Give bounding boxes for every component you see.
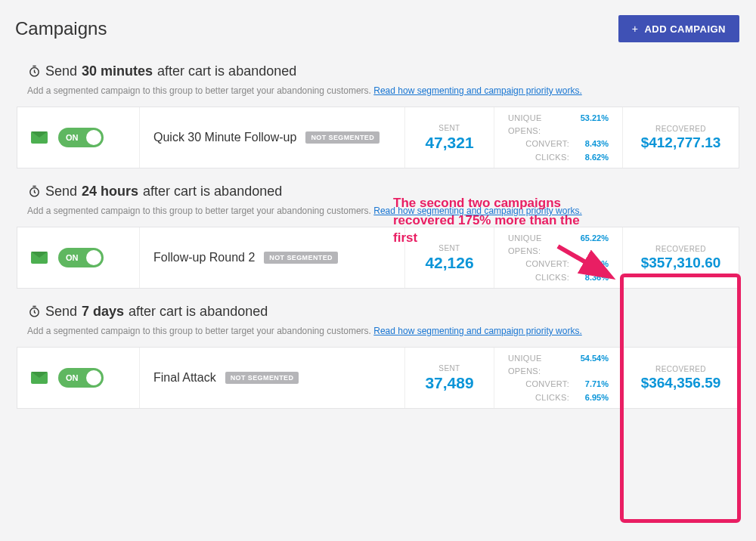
campaign-name-cell[interactable]: Follow-up Round 2 NOT SEGMENTED bbox=[140, 227, 404, 288]
card-controls: ON bbox=[17, 227, 140, 288]
campaign-group: Send 30 minutes after cart is abandoned … bbox=[0, 48, 756, 168]
group-hint: Add a segmented campaign to this group t… bbox=[27, 206, 739, 216]
sent-column: SENT 42,126 bbox=[404, 227, 494, 288]
convert-label: CONVERT: bbox=[525, 138, 569, 150]
unique-opens-label: UNIQUE OPENS: bbox=[508, 352, 569, 377]
campaign-group: Send 7 days after cart is abandoned Add … bbox=[0, 289, 756, 409]
toggle-label: ON bbox=[66, 373, 79, 382]
unique-opens-value: 65.22% bbox=[575, 232, 609, 257]
page-title: Campaigns bbox=[15, 18, 107, 39]
timer-icon bbox=[27, 65, 41, 79]
campaign-name-cell[interactable]: Final Attack NOT SEGMENTED bbox=[140, 348, 404, 408]
toggle-knob bbox=[86, 370, 101, 385]
unique-opens-label: UNIQUE OPENS: bbox=[508, 112, 569, 137]
sent-value: 47,321 bbox=[425, 134, 473, 152]
clicks-value: 6.95% bbox=[575, 391, 609, 404]
campaign-name: Final Attack bbox=[153, 371, 216, 385]
clicks-value: 8.36% bbox=[575, 271, 609, 284]
campaign-card: ON Final Attack NOT SEGMENTED SENT 37,48… bbox=[17, 347, 739, 409]
recovered-label: RECOVERED bbox=[655, 125, 706, 133]
campaign-card: ON Follow-up Round 2 NOT SEGMENTED SENT … bbox=[17, 227, 739, 289]
hint-link[interactable]: Read how segmenting and campaign priorit… bbox=[373, 206, 581, 216]
mail-icon bbox=[31, 131, 48, 144]
campaign-toggle[interactable]: ON bbox=[58, 368, 104, 388]
toggle-knob bbox=[86, 130, 101, 145]
send-prefix: Send bbox=[45, 304, 77, 320]
recovered-label: RECOVERED bbox=[655, 365, 706, 373]
campaign-toggle[interactable]: ON bbox=[58, 248, 104, 267]
sent-value: 42,126 bbox=[425, 254, 473, 272]
sent-label: SENT bbox=[438, 244, 460, 252]
sent-label: SENT bbox=[438, 364, 460, 373]
metrics-column: UNIQUE OPENS:53.21% CONVERT:8.43% CLICKS… bbox=[494, 107, 622, 168]
add-campaign-label: ADD CAMPAIGN bbox=[644, 23, 726, 35]
sent-column: SENT 37,489 bbox=[404, 348, 494, 408]
send-suffix: after cart is abandoned bbox=[157, 63, 296, 79]
campaign-name: Follow-up Round 2 bbox=[153, 251, 255, 264]
sent-label: SENT bbox=[438, 124, 460, 132]
send-suffix: after cart is abandoned bbox=[143, 184, 282, 199]
toggle-knob bbox=[86, 250, 101, 265]
metrics-column: UNIQUE OPENS:54.54% CONVERT:7.71% CLICKS… bbox=[494, 348, 622, 408]
timer-icon bbox=[27, 305, 41, 319]
send-prefix: Send bbox=[45, 63, 77, 79]
add-campaign-button[interactable]: + ADD CAMPAIGN bbox=[618, 15, 739, 42]
unique-opens-value: 53.21% bbox=[575, 112, 609, 137]
clicks-label: CLICKS: bbox=[535, 271, 569, 284]
group-timing-header: Send 24 hours after cart is abandoned bbox=[27, 184, 739, 199]
not-segmented-badge: NOT SEGMENTED bbox=[305, 131, 380, 144]
clicks-label: CLICKS: bbox=[535, 151, 569, 164]
clicks-value: 8.62% bbox=[575, 151, 609, 164]
not-segmented-badge: NOT SEGMENTED bbox=[264, 252, 338, 264]
campaign-group: Send 24 hours after cart is abandoned Ad… bbox=[0, 168, 756, 289]
recovered-column: RECOVERED $412,777.13 bbox=[622, 107, 739, 168]
send-suffix: after cart is abandoned bbox=[129, 304, 268, 320]
campaign-name-cell[interactable]: Quick 30 Minute Follow-up NOT SEGMENTED bbox=[140, 107, 404, 168]
unique-opens-label: UNIQUE OPENS: bbox=[508, 232, 569, 257]
group-hint: Add a segmented campaign to this group t… bbox=[27, 326, 739, 336]
card-controls: ON bbox=[17, 348, 140, 408]
convert-label: CONVERT: bbox=[525, 378, 569, 391]
plus-icon: + bbox=[632, 23, 639, 35]
convert-label: CONVERT: bbox=[525, 258, 569, 270]
sent-column: SENT 47,321 bbox=[404, 107, 494, 168]
hint-text: Add a segmented campaign to this group t… bbox=[27, 326, 373, 336]
group-hint: Add a segmented campaign to this group t… bbox=[27, 85, 739, 96]
timing-value: 30 minutes bbox=[82, 63, 153, 79]
recovered-label: RECOVERED bbox=[655, 245, 706, 253]
hint-text: Add a segmented campaign to this group t… bbox=[27, 85, 373, 96]
hint-link[interactable]: Read how segmenting and campaign priorit… bbox=[373, 326, 581, 336]
card-controls: ON bbox=[17, 107, 140, 168]
recovered-column: RECOVERED $364,356.59 bbox=[622, 348, 739, 408]
timer-icon bbox=[27, 185, 41, 199]
convert-value: 6.69% bbox=[575, 258, 609, 270]
unique-opens-value: 54.54% bbox=[575, 352, 609, 377]
not-segmented-badge: NOT SEGMENTED bbox=[225, 372, 299, 384]
group-timing-header: Send 7 days after cart is abandoned bbox=[27, 304, 739, 320]
recovered-value: $357,310.60 bbox=[641, 255, 721, 271]
toggle-label: ON bbox=[66, 133, 79, 142]
hint-text: Add a segmented campaign to this group t… bbox=[27, 206, 373, 216]
convert-value: 8.43% bbox=[575, 138, 609, 150]
clicks-label: CLICKS: bbox=[535, 391, 569, 404]
hint-link[interactable]: Read how segmenting and campaign priorit… bbox=[373, 85, 581, 96]
page-header: Campaigns + ADD CAMPAIGN bbox=[0, 0, 756, 48]
convert-value: 7.71% bbox=[575, 378, 609, 391]
mail-icon bbox=[31, 372, 48, 384]
campaign-toggle[interactable]: ON bbox=[58, 128, 104, 147]
timing-value: 24 hours bbox=[82, 184, 138, 199]
timing-value: 7 days bbox=[82, 304, 124, 320]
toggle-label: ON bbox=[66, 253, 79, 262]
recovered-value: $412,777.13 bbox=[641, 134, 721, 151]
group-timing-header: Send 30 minutes after cart is abandoned bbox=[27, 63, 739, 79]
metrics-column: UNIQUE OPENS:65.22% CONVERT:6.69% CLICKS… bbox=[494, 227, 622, 288]
campaign-name: Quick 30 Minute Follow-up bbox=[153, 131, 296, 144]
send-prefix: Send bbox=[45, 184, 77, 199]
recovered-column: RECOVERED $357,310.60 bbox=[622, 227, 739, 288]
sent-value: 37,489 bbox=[425, 374, 473, 392]
mail-icon bbox=[31, 252, 48, 264]
recovered-value: $364,356.59 bbox=[641, 375, 721, 391]
campaign-card: ON Quick 30 Minute Follow-up NOT SEGMENT… bbox=[17, 107, 739, 168]
